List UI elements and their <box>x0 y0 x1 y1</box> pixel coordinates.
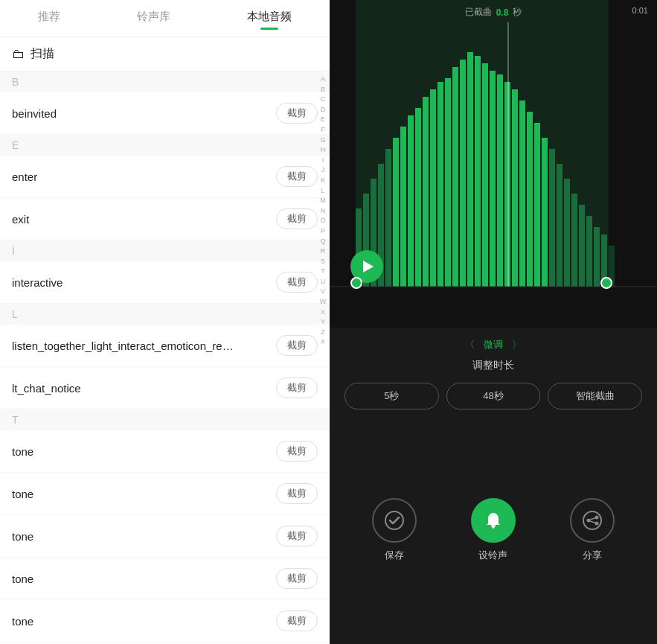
alpha-letter[interactable]: G <box>320 136 325 145</box>
svg-rect-12 <box>430 89 436 287</box>
tabs-bar: 推荐 铃声库 本地音频 <box>0 0 330 37</box>
duration-smart[interactable]: 智能截曲 <box>548 383 642 409</box>
alpha-letter[interactable]: V <box>321 287 325 296</box>
svg-rect-27 <box>542 138 548 287</box>
alpha-letter[interactable]: I <box>322 156 324 165</box>
save-label: 保存 <box>385 549 404 562</box>
tab-recommend[interactable]: 推荐 <box>38 10 60 27</box>
alpha-letter[interactable]: S <box>321 257 325 267</box>
clip-button[interactable]: 截剪 <box>276 377 318 398</box>
svg-rect-9 <box>408 115 414 287</box>
alpha-letter[interactable]: L <box>321 186 324 196</box>
set-ringtone-action[interactable]: 设铃声 <box>471 498 516 562</box>
alpha-letter[interactable]: U <box>321 277 326 287</box>
alpha-letter[interactable]: D <box>321 105 326 115</box>
item-name: interactive <box>12 276 235 289</box>
action-row: 保存 设铃声 <box>330 409 657 644</box>
alpha-letter[interactable]: M <box>320 196 326 205</box>
svg-rect-15 <box>452 67 458 287</box>
folder-icon: 🗀 <box>12 47 25 62</box>
duration-5s[interactable]: 5秒 <box>344 383 439 409</box>
fine-tune-right-chevron[interactable]: 〉 <box>512 338 522 351</box>
alpha-letter[interactable]: W <box>320 297 327 307</box>
alpha-letter[interactable]: H <box>321 145 326 155</box>
trim-handle-right[interactable] <box>600 277 612 289</box>
alpha-letter[interactable]: F <box>321 125 325 135</box>
clip-button[interactable]: 截剪 <box>276 166 318 187</box>
svg-rect-18 <box>475 56 481 287</box>
list-item: beinvited 截剪 <box>0 92 330 135</box>
item-name: enter <box>12 170 235 183</box>
alpha-letter[interactable]: B <box>321 85 325 95</box>
clip-button[interactable]: 截剪 <box>276 483 318 504</box>
clip-button[interactable]: 截剪 <box>276 526 318 546</box>
alpha-letter[interactable]: A <box>321 74 325 84</box>
ringtone-label: 设铃声 <box>478 549 507 562</box>
bell-icon <box>483 510 504 531</box>
scan-row[interactable]: 🗀 扫描 <box>0 37 330 71</box>
section-header-l: L <box>0 304 330 325</box>
alpha-letter[interactable]: E <box>321 115 325 124</box>
file-list: B beinvited 截剪 E enter 截剪 exit 截剪 I inte… <box>0 71 330 644</box>
save-icon-circle <box>372 498 417 543</box>
alpha-letter[interactable]: X <box>321 307 325 317</box>
item-name: lt_chat_notice <box>12 382 235 395</box>
alpha-letter[interactable]: R <box>321 246 326 256</box>
svg-rect-7 <box>393 138 399 287</box>
section-header-t: T <box>0 409 330 430</box>
duration-title: 调整时长 <box>344 359 642 372</box>
item-name: tone <box>12 615 235 628</box>
tab-ringtone-lib[interactable]: 铃声库 <box>137 10 170 27</box>
svg-rect-31 <box>571 194 577 287</box>
alphabet-index: ABCDEFGHIJKLMNOPQRSTUVWXYZ# <box>316 71 330 644</box>
svg-rect-14 <box>445 78 451 287</box>
alpha-letter[interactable]: P <box>321 226 325 236</box>
alpha-letter[interactable]: Q <box>320 237 325 246</box>
alpha-letter[interactable]: O <box>320 216 325 226</box>
clip-button[interactable]: 截剪 <box>276 208 318 229</box>
svg-rect-10 <box>415 108 421 287</box>
svg-point-44 <box>587 518 591 522</box>
svg-rect-33 <box>586 216 592 287</box>
item-name: tone <box>12 530 235 543</box>
alpha-letter[interactable]: N <box>321 206 326 216</box>
tab-local-audio[interactable]: 本地音频 <box>247 10 292 27</box>
clip-button[interactable]: 截剪 <box>276 610 318 631</box>
svg-rect-20 <box>490 71 496 287</box>
clip-button[interactable]: 截剪 <box>276 335 318 356</box>
clip-button[interactable]: 截剪 <box>276 103 318 124</box>
alpha-letter[interactable]: Y <box>321 317 325 327</box>
svg-rect-16 <box>460 60 466 287</box>
alpha-letter[interactable]: C <box>321 95 326 104</box>
list-item: tone 截剪 <box>0 430 330 473</box>
selected-unit: 秒 <box>513 6 522 19</box>
svg-rect-23 <box>512 89 518 287</box>
clip-button[interactable]: 截剪 <box>276 272 318 293</box>
fine-tune-left-chevron[interactable]: 〈 <box>465 338 475 351</box>
share-label: 分享 <box>583 549 602 562</box>
duration-48s[interactable]: 48秒 <box>446 383 541 409</box>
svg-rect-26 <box>534 123 540 287</box>
alpha-letter[interactable]: J <box>321 165 325 175</box>
alpha-letter[interactable]: Z <box>321 328 325 337</box>
section-header-b: B <box>0 71 330 92</box>
svg-point-45 <box>595 521 599 525</box>
list-item: interactive 截剪 <box>0 261 330 304</box>
svg-rect-34 <box>594 227 600 287</box>
svg-rect-8 <box>400 127 406 287</box>
section-header-e: E <box>0 135 330 156</box>
list-item: lt_chat_notice 截剪 <box>0 367 330 409</box>
alpha-letter[interactable]: K <box>321 176 325 185</box>
trim-handle-left[interactable] <box>350 277 362 289</box>
alpha-letter[interactable]: T <box>321 267 325 276</box>
save-action[interactable]: 保存 <box>372 498 417 562</box>
save-icon <box>384 510 405 531</box>
clip-button[interactable]: 截剪 <box>276 441 318 462</box>
list-item: tone 截剪 <box>0 558 330 600</box>
svg-rect-32 <box>579 205 585 287</box>
duration-section: 调整时长 5秒 48秒 智能截曲 <box>330 359 657 409</box>
clip-button[interactable]: 截剪 <box>276 568 318 589</box>
selected-time: 0.8 <box>496 7 509 18</box>
share-action[interactable]: 分享 <box>570 498 615 562</box>
alpha-letter[interactable]: # <box>321 337 324 347</box>
